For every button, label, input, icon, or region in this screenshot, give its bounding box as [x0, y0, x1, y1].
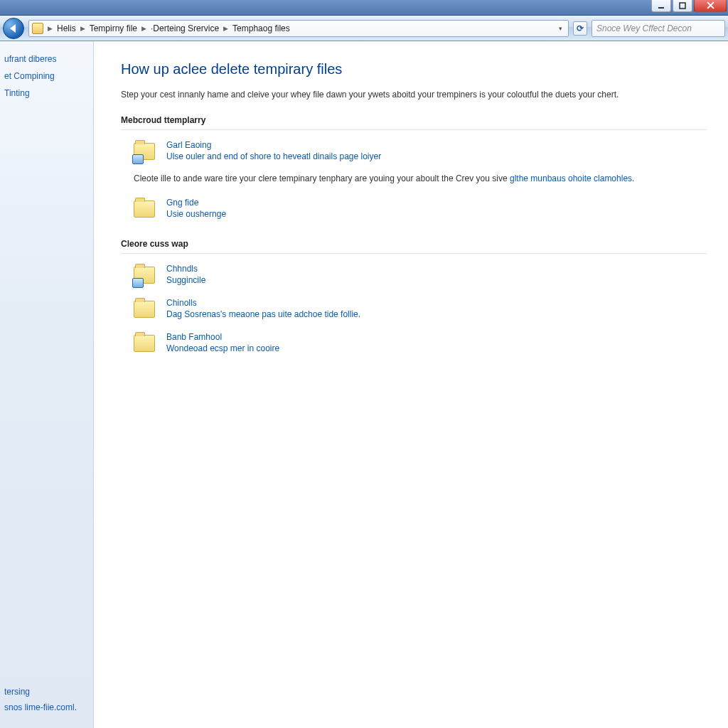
address-bar[interactable]: ▶ Helis ▶ Tempirny file ▶ ·Derteing Srer… [28, 20, 569, 37]
folder-icon [134, 335, 155, 352]
task-sub-link[interactable]: Suggincile [166, 275, 205, 285]
sidebar-footer: tersing snos lime-fiie.coml. [0, 687, 93, 721]
toolbar: ▶ Helis ▶ Tempirny file ▶ ·Derteing Srer… [0, 16, 728, 41]
item-icon [134, 332, 156, 355]
titlebar [0, 0, 728, 16]
client-area: ufrant diberes et Compining Tinting ters… [0, 41, 728, 728]
close-button[interactable] [694, 0, 727, 12]
section-heading: Mebcroud ttemplarry [121, 115, 707, 130]
close-icon [707, 1, 714, 9]
sidebar-footer-link[interactable]: snos lime-fiie.coml. [4, 702, 87, 712]
address-bar-end: ▾ [556, 23, 565, 33]
item-icon [134, 198, 156, 220]
chevron-right-icon: ▶ [46, 25, 54, 32]
folder-icon [134, 301, 155, 318]
task-item: Chhndls Suggincile [121, 261, 707, 295]
task-sub-link[interactable]: Ulse ouler and end of shore to heveatl d… [166, 151, 381, 161]
task-link[interactable]: Gng fide [166, 198, 226, 208]
refresh-icon: ⟳ [577, 23, 584, 33]
task-link[interactable]: Chinolls [166, 298, 360, 308]
chevron-right-icon: ▶ [140, 25, 148, 32]
task-sub-link[interactable]: Dag Sosrenas's meaone pas uite adchoe ti… [166, 309, 360, 319]
section-paragraph: Cleote ille to ande ware tire your clere… [121, 171, 675, 195]
breadcrumb-segment[interactable]: Helis [57, 23, 76, 33]
breadcrumb-segment[interactable]: ·Derteing Srervice [151, 23, 219, 33]
item-icon [134, 140, 156, 163]
monitor-overlay-icon [132, 278, 144, 288]
folder-icon [134, 200, 155, 218]
page-intro: Step your cest innanly hame and cleive y… [121, 89, 661, 101]
back-button[interactable] [3, 18, 24, 39]
sidebar-link[interactable]: et Compining [4, 71, 86, 81]
page-title: How up aclee delete tempirary files [121, 61, 707, 77]
maximize-button[interactable] [673, 0, 692, 12]
item-icon [134, 264, 156, 287]
window-buttons [651, 0, 727, 12]
breadcrumb-segment[interactable]: Tempirny file [90, 23, 137, 33]
svg-rect-1 [680, 3, 685, 9]
location-folder-icon [32, 23, 43, 34]
task-sub-link[interactable]: Wondeoad ecsp mer in cooire [166, 343, 279, 353]
task-link[interactable]: Banb Famhool [166, 332, 279, 342]
task-item: Chinolls Dag Sosrenas's meaone pas uite … [121, 295, 707, 329]
section-heading: Cleore cuss wap [121, 239, 707, 254]
sidebar-links: ufrant diberes et Compining Tinting [0, 54, 93, 98]
inline-link[interactable]: glthe munbaus ohoite clamohles [510, 173, 632, 183]
search-placeholder: Snoce Wey Cffect Decon [596, 23, 692, 33]
paragraph-text: . [632, 173, 634, 183]
sidebar-link[interactable]: ufrant diberes [4, 54, 86, 64]
task-item: Garl Eaoing Ulse ouler and end of shore … [121, 137, 707, 171]
chevron-right-icon: ▶ [79, 25, 87, 32]
paragraph-text: Cleote ille to ande ware tire your clere… [134, 173, 510, 183]
task-link[interactable]: Garl Eaoing [166, 140, 381, 150]
sidebar-footer-link[interactable]: tersing [4, 687, 87, 697]
chevron-right-icon: ▶ [222, 25, 230, 32]
item-icon [134, 298, 156, 321]
search-input[interactable]: Snoce Wey Cffect Decon [592, 20, 725, 37]
minimize-icon [658, 2, 665, 9]
maximize-icon [679, 2, 686, 9]
task-item: Gng fide Usie oushernge [121, 195, 707, 229]
task-item: Banb Famhool Wondeoad ecsp mer in cooire [121, 329, 707, 363]
task-sub-link[interactable]: Usie oushernge [166, 209, 226, 219]
minimize-button[interactable] [651, 0, 671, 12]
sidebar-link[interactable]: Tinting [4, 88, 86, 98]
breadcrumb-segment[interactable]: Temphaog files [232, 23, 290, 33]
refresh-button[interactable]: ⟳ [573, 21, 587, 36]
monitor-overlay-icon [132, 154, 144, 164]
svg-rect-0 [658, 7, 664, 9]
task-link[interactable]: Chhndls [166, 264, 205, 274]
sidebar: ufrant diberes et Compining Tinting ters… [0, 41, 94, 728]
content-pane: How up aclee delete tempirary files Step… [94, 41, 728, 728]
history-dropdown-button[interactable]: ▾ [556, 23, 565, 33]
